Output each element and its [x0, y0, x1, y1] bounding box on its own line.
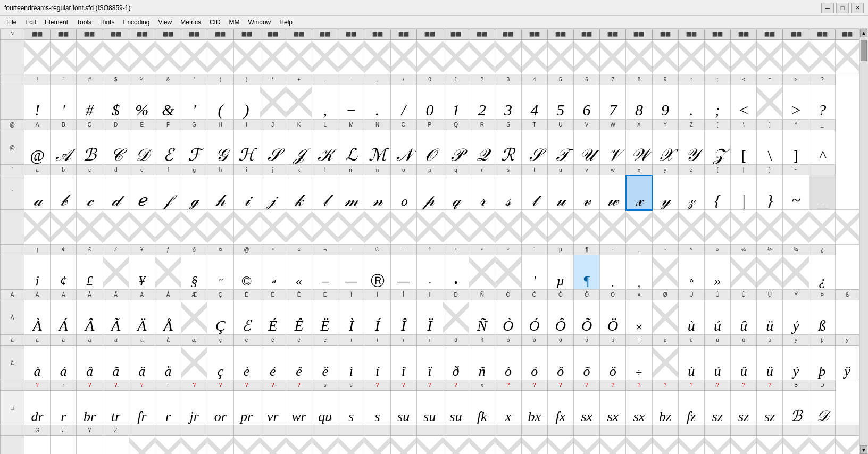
- empty-cell[interactable]: [77, 40, 103, 74]
- glyph-Egrave[interactable]: ℰ: [233, 300, 260, 335]
- slot-5[interactable]: ⬛⬛: [155, 29, 181, 40]
- glyph-s-alt[interactable]: s: [338, 391, 364, 425]
- empty-cell[interactable]: [260, 210, 286, 245]
- glyph-Acirc[interactable]: Â: [77, 300, 103, 335]
- glyph-del[interactable]: ⬜⬜: [809, 175, 835, 210]
- slot-8[interactable]: ⬛⬛: [233, 29, 260, 40]
- glyph-lcurly[interactable]: {: [704, 175, 730, 210]
- glyph-Aring[interactable]: Å: [155, 300, 181, 335]
- slot-24[interactable]: ⬛⬛: [652, 29, 678, 40]
- empty-cell[interactable]: [573, 436, 599, 455]
- empty-cell[interactable]: [233, 210, 260, 245]
- glyph-x[interactable]: 𝓍: [626, 175, 652, 210]
- empty-cell[interactable]: [757, 210, 783, 245]
- glyph-dlig21[interactable]: sx: [600, 391, 626, 425]
- glyph-6[interactable]: 6: [573, 85, 599, 120]
- glyph-section[interactable]: §: [181, 255, 207, 290]
- glyph-dlig23[interactable]: bz: [652, 391, 678, 425]
- glyph-Ograve[interactable]: Ò: [495, 300, 521, 335]
- empty-cell[interactable]: [626, 436, 652, 455]
- glyph-dlig17[interactable]: x: [495, 391, 521, 425]
- menu-tools[interactable]: Tools: [72, 18, 96, 27]
- glyph-8[interactable]: 8: [626, 85, 652, 120]
- menu-help[interactable]: Help: [275, 18, 297, 27]
- slot-19[interactable]: ⬛⬛: [521, 29, 547, 40]
- glyph-agrave[interactable]: à: [24, 346, 51, 380]
- glyph-threequart[interactable]: [783, 255, 809, 290]
- empty-cell[interactable]: [521, 436, 547, 455]
- empty-cell[interactable]: [757, 40, 783, 74]
- glyph-N[interactable]: 𝒩: [390, 130, 416, 165]
- empty-cell[interactable]: [181, 210, 207, 245]
- glyph-a[interactable]: 𝒶: [24, 175, 51, 210]
- empty-cell[interactable]: [469, 40, 495, 74]
- glyph-icirc[interactable]: î: [390, 346, 416, 380]
- empty-cell[interactable]: [783, 210, 809, 245]
- empty-cell[interactable]: [181, 40, 207, 74]
- glyph-ograve[interactable]: ò: [495, 346, 521, 380]
- empty-cell[interactable]: [390, 40, 416, 74]
- glyph-oacute[interactable]: ó: [521, 346, 547, 380]
- empty-cell[interactable]: [626, 40, 652, 74]
- glyph-Eacute[interactable]: É: [260, 300, 286, 335]
- glyph-bar2[interactable]: —: [390, 255, 416, 290]
- glyph-dlig6[interactable]: r: [155, 391, 181, 425]
- scroll-track[interactable]: [860, 37, 868, 445]
- empty-cell[interactable]: [652, 436, 678, 455]
- empty-cell[interactable]: [600, 436, 626, 455]
- glyph-ocirc[interactable]: ô: [547, 346, 573, 380]
- glyph-caret[interactable]: ^: [809, 130, 835, 165]
- empty-cell[interactable]: [836, 40, 859, 74]
- slot-1[interactable]: ⬛⬛: [51, 29, 77, 40]
- menu-view[interactable]: View: [154, 18, 176, 27]
- empty-cell[interactable]: [495, 40, 521, 74]
- empty-cell[interactable]: [24, 210, 51, 245]
- slot-0[interactable]: ⬛⬛: [24, 29, 51, 40]
- empty-cell[interactable]: [416, 436, 443, 455]
- slot-14[interactable]: ⬛⬛: [390, 29, 416, 40]
- glyph-dlig16[interactable]: fk: [469, 391, 495, 425]
- glyph-slash[interactable]: /: [390, 85, 416, 120]
- glyph-dash[interactable]: −: [338, 85, 364, 120]
- glyph-d[interactable]: 𝒹: [103, 175, 129, 210]
- glyph-uuml[interactable]: ü: [757, 346, 783, 380]
- empty-cell[interactable]: [390, 210, 416, 245]
- glyph-aelig[interactable]: [181, 346, 207, 380]
- glyph-div[interactable]: ÷: [626, 346, 652, 380]
- glyph-G[interactable]: 𝒢: [207, 130, 233, 165]
- empty-cell[interactable]: [547, 436, 573, 455]
- empty-cell[interactable]: [652, 40, 678, 74]
- glyph-pipe[interactable]: |: [731, 175, 757, 210]
- glyph-dlig9[interactable]: pr: [233, 391, 260, 425]
- glyph-not[interactable]: –: [312, 255, 338, 290]
- scroll-down-button[interactable]: ▼: [860, 445, 867, 454]
- glyph-dlig29[interactable]: 𝒟: [809, 391, 835, 425]
- slot-9[interactable]: ⬛⬛: [260, 29, 286, 40]
- glyph-plusminus[interactable]: •: [443, 255, 469, 290]
- glyph-n[interactable]: 𝓃: [364, 175, 390, 210]
- empty-cell[interactable]: [129, 436, 155, 455]
- glyph-j-alt[interactable]: 𝒿: [51, 436, 77, 455]
- glyph-lparen[interactable]: (: [207, 85, 233, 120]
- glyph-inverted-question[interactable]: ¿: [809, 255, 835, 290]
- glyph-AElig[interactable]: [181, 300, 207, 335]
- glyph-J[interactable]: 𝒥: [286, 130, 312, 165]
- menu-hints[interactable]: Hints: [96, 18, 119, 27]
- glyph-oslash[interactable]: [652, 346, 678, 380]
- minimize-button[interactable]: ─: [821, 3, 834, 13]
- glyph-g-alt[interactable]: ℊ: [24, 436, 51, 455]
- glyph-dlig26[interactable]: sz: [731, 391, 757, 425]
- glyph-dlig20[interactable]: sx: [573, 391, 599, 425]
- glyph-igrave[interactable]: ì: [338, 346, 364, 380]
- glyph-Yacute[interactable]: ý: [783, 300, 809, 335]
- slot-31[interactable]: ⬛⬛: [836, 29, 859, 40]
- font-grid-container[interactable]: ? ⬛⬛ ⬛⬛ ⬛⬛ ⬛⬛ ⬛⬛ ⬛⬛ ⬛⬛ ⬛⬛ ⬛⬛ ⬛⬛ ⬛⬛ ⬛⬛ ⬛⬛…: [0, 29, 859, 454]
- glyph-aring[interactable]: å: [155, 346, 181, 380]
- glyph-Ecirc[interactable]: Ê: [286, 300, 312, 335]
- empty-cell[interactable]: [678, 210, 704, 245]
- glyph-Ocirc[interactable]: Ô: [547, 300, 573, 335]
- glyph-e[interactable]: ℯ: [129, 175, 155, 210]
- glyph-plus[interactable]: [286, 85, 312, 120]
- empty-cell[interactable]: [338, 210, 364, 245]
- glyph-euml[interactable]: ë: [312, 346, 338, 380]
